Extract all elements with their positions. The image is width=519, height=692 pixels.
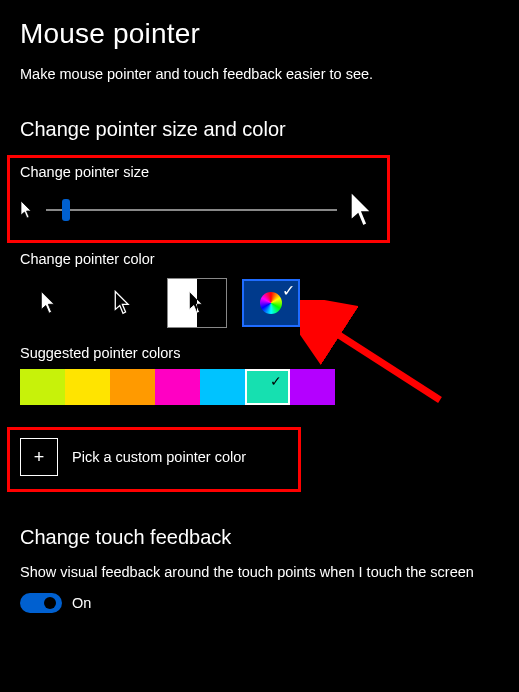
pointer-color-label: Change pointer color: [20, 251, 499, 267]
cursor-black-icon: [114, 290, 132, 316]
pointer-style-custom[interactable]: ✓: [242, 279, 300, 327]
checkmark-icon: ✓: [282, 281, 295, 300]
section-size-color-heading: Change pointer size and color: [20, 118, 499, 141]
cursor-white-icon: [40, 290, 58, 316]
suggested-color-swatch[interactable]: [200, 369, 245, 405]
touch-description: Show visual feedback around the touch po…: [20, 563, 490, 583]
suggested-color-swatch[interactable]: [65, 369, 110, 405]
slider-track[interactable]: [46, 209, 337, 211]
cursor-inverted-icon: [188, 290, 206, 316]
svg-line-3: [328, 328, 440, 400]
annotation-arrow: [300, 300, 460, 420]
suggested-color-swatch[interactable]: ✓: [245, 369, 290, 405]
annotation-custom-color: + Pick a custom pointer color: [7, 427, 301, 492]
suggested-color-swatch[interactable]: [155, 369, 200, 405]
custom-color-label: Pick a custom pointer color: [72, 449, 246, 465]
subtitle-text: Make mouse pointer and touch feedback ea…: [20, 66, 499, 82]
toggle-knob: [44, 597, 56, 609]
color-wheel-icon: [260, 292, 282, 314]
suggested-color-swatch[interactable]: [110, 369, 155, 405]
checkmark-icon: ✓: [270, 373, 282, 389]
custom-color-button[interactable]: + Pick a custom pointer color: [20, 438, 298, 476]
cursor-large-icon: [349, 190, 377, 230]
pointer-style-inverted[interactable]: [168, 279, 226, 327]
pointer-style-white[interactable]: [20, 279, 78, 327]
section-touch-heading: Change touch feedback: [20, 526, 499, 549]
slider-thumb[interactable]: [62, 199, 70, 221]
pointer-size-label: Change pointer size: [20, 164, 377, 180]
pointer-style-black[interactable]: [94, 279, 152, 327]
page-title: Mouse pointer: [20, 18, 499, 50]
pointer-size-slider[interactable]: [20, 190, 377, 230]
cursor-small-icon: [20, 200, 34, 220]
plus-icon: +: [20, 438, 58, 476]
toggle-state-label: On: [72, 595, 91, 611]
touch-feedback-toggle[interactable]: [20, 593, 62, 613]
suggested-color-swatch[interactable]: [20, 369, 65, 405]
annotation-pointer-size: Change pointer size: [7, 155, 390, 243]
